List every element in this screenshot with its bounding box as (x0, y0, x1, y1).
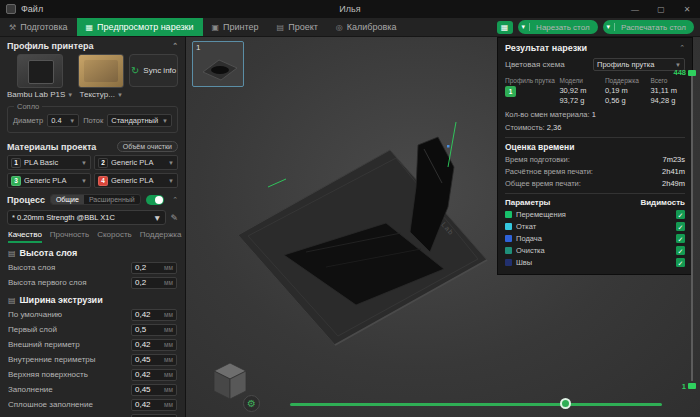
collapse-icon[interactable]: ⌃ (679, 44, 685, 52)
filament-slot-1[interactable]: 1 PLA Basic ▼ (7, 155, 91, 170)
slider-settings-button[interactable]: ⚙ (243, 395, 260, 412)
mode-segmented-control[interactable]: Общие Расширенный (50, 194, 141, 205)
main-tabbar: ⚒ Подготовка ▦ Предпросмотр нарезки ▣ Пр… (0, 18, 700, 37)
param-row: Первый слой 0,5мм (0, 322, 185, 337)
filament-changes: Кол-во смен материала: 1 (505, 110, 685, 119)
color-scheme-select[interactable]: Профиль прутка ▼ (593, 58, 685, 71)
width-infill-input[interactable]: 0,45мм (131, 384, 177, 396)
close-button[interactable]: ✕ (674, 0, 700, 18)
print-dropdown-icon[interactable]: ▾ (603, 23, 616, 31)
printer-image[interactable] (17, 54, 63, 88)
collapse-icon[interactable]: ⌃ (172, 196, 178, 204)
layer-slider[interactable]: 448 1 (687, 58, 697, 395)
width-inner-wall-input[interactable]: 0,45мм (131, 354, 177, 366)
tab-strength[interactable]: Прочность (50, 230, 89, 243)
flow-select[interactable]: Стандартный ▼ (107, 114, 172, 127)
plate-settings-button[interactable]: ▦ (497, 21, 513, 34)
titlebar: Файл Илья — ▢ ✕ (0, 0, 700, 18)
unretract-visibility-checkbox[interactable] (676, 234, 685, 243)
section-icon: ▤ (8, 249, 16, 258)
window-title: Илья (0, 4, 700, 14)
option-retract: Откат (505, 222, 685, 231)
tab-support[interactable]: Поддержка (140, 230, 182, 243)
printer-profile-header[interactable]: Профиль принтера ⌃ (0, 37, 185, 54)
travel-moves (268, 179, 286, 187)
first-layer-height-input[interactable]: 0,2мм (131, 277, 177, 289)
section-layer-height[interactable]: ▤ Высота слоя (0, 243, 185, 260)
filament-slot-2[interactable]: 2 Generic PLA ▼ (94, 155, 178, 170)
param-row: Внутренние периметры 0,45мм (0, 352, 185, 367)
seam-marker (447, 145, 450, 148)
option-travel: Перемещения (505, 210, 685, 219)
slice-dropdown-icon[interactable]: ▾ (518, 23, 531, 31)
width-first-layer-input[interactable]: 0,5мм (131, 324, 177, 336)
print-plate-button[interactable]: ▾ Распечатать стол (603, 20, 694, 34)
folder-icon: ▤ (277, 23, 285, 32)
menu-file[interactable]: Файл (21, 4, 43, 14)
options-header: Параметры Видимость (505, 198, 685, 207)
param-row: Верхняя поверхность 0,42мм (0, 367, 185, 382)
plate-thumbnail[interactable]: 1 (192, 41, 244, 87)
section-line-width[interactable]: ▤ Ширина экструзии (0, 290, 185, 307)
filament-slot-3[interactable]: 3 Generic PLA ▼ (7, 173, 91, 188)
printer-select[interactable]: Bambu Lab P1S ▼ (7, 90, 73, 99)
layer-slider-handle-bottom[interactable] (688, 383, 696, 389)
tab-preview[interactable]: ▦ Предпросмотр нарезки (77, 18, 203, 36)
layer-slider-track[interactable] (691, 72, 693, 381)
moves-slider-handle[interactable] (560, 398, 571, 409)
minimize-button[interactable]: — (622, 0, 648, 18)
plate-image[interactable] (78, 54, 124, 88)
unretract-color-chip (505, 235, 512, 242)
purge-volume-button[interactable]: Объём очистки (117, 141, 178, 152)
result-table-header: Профиль прутка Модели Поддержка Всего (505, 77, 685, 84)
tab-project[interactable]: ▤ Проект (268, 18, 327, 36)
seams-visibility-checkbox[interactable] (676, 258, 685, 267)
moves-slider-track[interactable] (290, 403, 662, 406)
edit-preset-icon[interactable]: ✎ (170, 213, 178, 223)
collapse-icon[interactable]: ⌃ (172, 42, 178, 50)
tab-speed[interactable]: Скорость (97, 230, 132, 243)
wipe-visibility-checkbox[interactable] (676, 246, 685, 255)
wipe-color-chip (505, 247, 512, 254)
maximize-button[interactable]: ▢ (648, 0, 674, 18)
chevron-down-icon: ▼ (81, 160, 87, 166)
width-default-input[interactable]: 0,42мм (131, 309, 177, 321)
width-top-surface-input[interactable]: 0,42мм (131, 369, 177, 381)
plate-type-select[interactable]: Текстур... ▼ (80, 90, 123, 99)
layer-top-badge: 448 (673, 68, 686, 77)
nozzle-group: Сопло Диаметр 0.4 ▼ Поток Стандартный ▼ (7, 106, 178, 133)
tab-prepare[interactable]: ⚒ Подготовка (0, 18, 77, 36)
param-row: Высота слоя 0,2мм (0, 260, 185, 275)
param-row: Заполнение 0,45мм (0, 382, 185, 397)
retract-visibility-checkbox[interactable] (676, 222, 685, 231)
app-icon (6, 4, 16, 14)
layer-slider-handle-top[interactable] (688, 70, 696, 76)
width-outer-wall-input[interactable]: 0,42мм (131, 339, 177, 351)
width-solid-infill-input[interactable]: 0,42мм (131, 399, 177, 411)
slice-plate-button[interactable]: ▾ Нарезать стол (518, 20, 598, 34)
color-scheme-row: Цветовая схема Профиль прутка ▼ (505, 58, 685, 71)
nozzle-diameter-select[interactable]: 0.4 ▼ (47, 114, 79, 127)
process-preset-select[interactable]: * 0.20mm Strength @BBL X1C ▼ (7, 210, 166, 225)
prepare-icon: ⚒ (9, 23, 16, 32)
width-support-input[interactable]: 0,42мм (131, 414, 177, 417)
printer-icon: ▣ (212, 23, 220, 32)
section-icon: ▤ (8, 296, 16, 305)
filament-slot-4[interactable]: 4 Generic PLA ▼ (94, 173, 178, 188)
sync-info-button[interactable]: ↻ Sync info (129, 54, 178, 87)
slice-result-panel: Результат нарезки ⌃ Цветовая схема Профи… (497, 37, 693, 275)
tab-quality[interactable]: Качество (8, 230, 42, 243)
advanced-toggle[interactable] (146, 195, 164, 205)
layer-height-input[interactable]: 0,2мм (131, 262, 177, 274)
thumbnail-preview (193, 42, 243, 86)
time-row: Общее время печати: 2h49m (505, 179, 685, 188)
seams-color-chip (505, 259, 512, 266)
tab-device[interactable]: ▣ Принтер (203, 18, 268, 36)
travel-visibility-checkbox[interactable] (676, 210, 685, 219)
tab-calibration[interactable]: ◎ Калибровка (327, 18, 406, 36)
chevron-down-icon: ▼ (81, 178, 87, 184)
cost: Стоимость: 2,36 (505, 123, 685, 132)
option-unretract: Подача (505, 234, 685, 243)
chevron-down-icon: ▼ (675, 62, 681, 68)
parameter-tabs: Качество Прочность Скорость Поддержка Пр… (0, 225, 185, 243)
